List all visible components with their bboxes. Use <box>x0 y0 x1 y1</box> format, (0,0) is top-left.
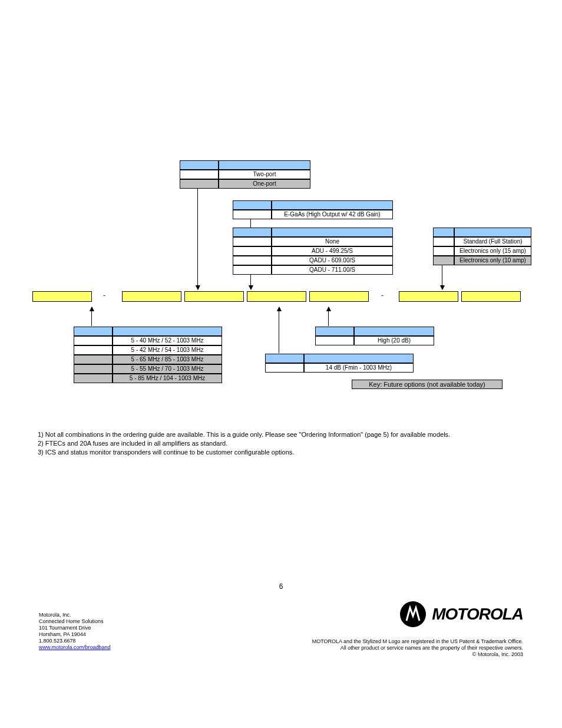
key-label: Key: Future options (not available today… <box>352 380 503 389</box>
footer-legal: MOTOROLA and the Stylized M Logo are reg… <box>312 638 523 658</box>
bands-header <box>113 327 222 336</box>
arrow-bands: ▲ <box>88 304 96 312</box>
adu-3: QADU - 711.00/S <box>272 265 393 275</box>
arrow-rgain: ▲ <box>325 304 333 312</box>
yellow-4 <box>247 291 306 302</box>
adu-left-header <box>233 228 272 237</box>
footer-company: Motorola, Inc. <box>39 612 111 618</box>
arrow-ports: ▼ <box>194 283 202 291</box>
adu-2: QADU - 609.00/S <box>272 256 393 265</box>
ports-two: Two-port <box>219 170 310 179</box>
legal-1: MOTOROLA and the Stylized M Logo are reg… <box>312 638 523 645</box>
adu-left-3 <box>233 265 272 275</box>
adu-header <box>272 228 393 237</box>
yellow-6 <box>399 291 458 302</box>
adu-none: None <box>272 237 393 246</box>
bands-5: 5 - 85 MHz / 104 - 1003 MHz <box>113 374 222 383</box>
footer-phone: 1.800.523.6678 <box>39 638 111 644</box>
legal-2: All other product or service names are t… <box>312 645 523 651</box>
station-left-3 <box>433 256 454 265</box>
note-3: 3) ICS and status monitor transponders w… <box>38 448 450 457</box>
ports-header <box>219 160 310 170</box>
gain-value: E-GaAs (High Output w/ 42 dB Gain) <box>272 210 393 219</box>
dash-2: - <box>381 291 384 299</box>
rgain-left <box>315 336 354 345</box>
ports-left-one <box>180 179 219 189</box>
rgain-header <box>354 327 434 336</box>
rgain-value: High (20 dB) <box>354 336 434 345</box>
station-left-1 <box>433 237 454 246</box>
notes: 1) Not all combinations in the ordering … <box>38 430 450 457</box>
adu-left-none <box>233 237 272 246</box>
slope-left-header <box>265 354 304 363</box>
bands-left-header <box>74 327 113 336</box>
bands-left-5 <box>74 374 113 383</box>
line-gain <box>250 219 251 228</box>
arrow-station: ▼ <box>438 283 447 291</box>
arrow-slope: ▲ <box>275 304 283 312</box>
footer-address: Motorola, Inc. Connected Home Solutions … <box>39 612 111 651</box>
yellow-1 <box>32 291 92 302</box>
yellow-5 <box>309 291 369 302</box>
ports-left-header <box>180 160 219 170</box>
ports-left-two <box>180 170 219 179</box>
arrow-adu: ▼ <box>247 283 255 291</box>
yellow-3 <box>184 291 244 302</box>
gain-left-header <box>233 200 272 210</box>
gain-header <box>272 200 393 210</box>
bands-1: 5 - 40 MHz / 52 - 1003 MHz <box>113 336 222 345</box>
ordering-diagram: Two-port One-port E-GaAs (High Output w/… <box>32 153 527 401</box>
ports-one: One-port <box>219 179 310 189</box>
adu-1: ADU - 499.25/S <box>272 246 393 256</box>
page-number: 6 <box>0 582 562 591</box>
bands-left-2 <box>74 345 113 355</box>
bands-left-1 <box>74 336 113 345</box>
footer-url[interactable]: www.motorola.com/broadband <box>39 644 111 650</box>
bands-4: 5 - 55 MHz / 70 - 1003 MHz <box>113 364 222 374</box>
station-left-header <box>433 228 454 237</box>
station-2: Electronics only (15 amp) <box>454 246 531 256</box>
bands-left-3 <box>74 355 113 364</box>
motorola-logo: MOTOROLA <box>400 601 523 627</box>
station-left-2 <box>433 246 454 256</box>
footer-addr2: Horsham, PA 19044 <box>39 631 111 638</box>
station-1: Standard (Full Station) <box>454 237 531 246</box>
line-slope <box>279 309 279 353</box>
motorola-wordmark: MOTOROLA <box>432 605 523 624</box>
note-2: 2) FTECs and 20A fuses are included in a… <box>38 439 450 448</box>
footer-division: Connected Home Solutions <box>39 618 111 625</box>
adu-left-1 <box>233 246 272 256</box>
bands-left-4 <box>74 364 113 374</box>
adu-left-2 <box>233 256 272 265</box>
yellow-2 <box>122 291 181 302</box>
copyright: © Motorola, Inc. 2003 <box>312 651 523 658</box>
slope-left <box>265 363 304 373</box>
line-ports <box>197 189 198 289</box>
dash-1: - <box>103 291 105 299</box>
yellow-7 <box>461 291 521 302</box>
motorola-m-icon <box>400 601 426 627</box>
footer-addr1: 101 Tournament Drive <box>39 625 111 631</box>
station-3: Electronics only (10 amp) <box>454 256 531 265</box>
station-header <box>454 228 531 237</box>
note-1: 1) Not all combinations in the ordering … <box>38 430 450 439</box>
slope-header <box>304 354 414 363</box>
bands-3: 5 - 65 MHz / 85 - 1003 MHz <box>113 355 222 364</box>
rgain-left-header <box>315 327 354 336</box>
gain-left <box>233 210 272 219</box>
slope-value: 14 dB (Fmin - 1003 MHz) <box>304 363 414 373</box>
bands-2: 5 - 42 MHz / 54 - 1003 MHz <box>113 345 222 355</box>
